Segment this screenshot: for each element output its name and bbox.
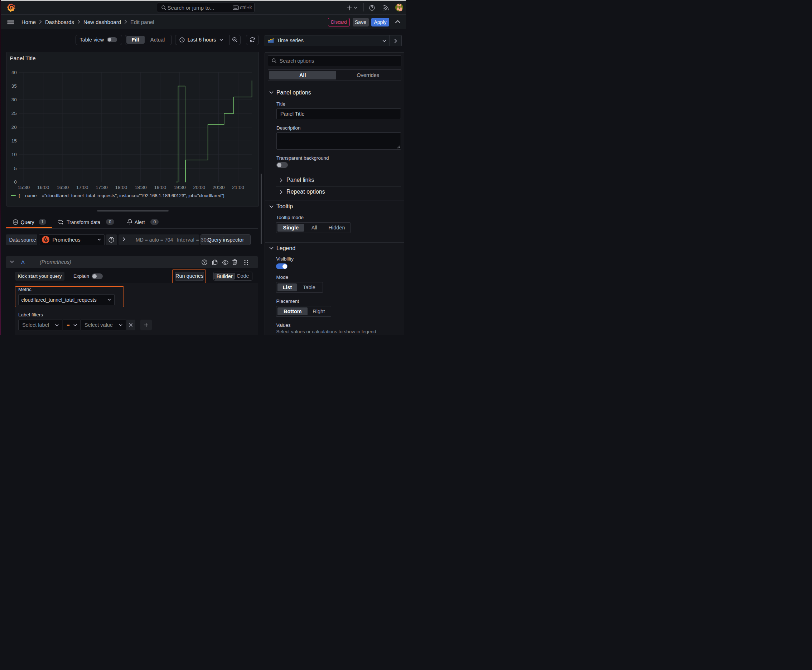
svg-text:17:00: 17:00 bbox=[76, 185, 88, 190]
svg-text:16:30: 16:30 bbox=[57, 185, 69, 190]
svg-text:35: 35 bbox=[12, 83, 17, 89]
svg-text:18:30: 18:30 bbox=[135, 185, 147, 190]
svg-text:20:00: 20:00 bbox=[193, 185, 205, 190]
svg-text:20:30: 20:30 bbox=[213, 185, 225, 190]
svg-text:15:30: 15:30 bbox=[17, 185, 30, 190]
svg-text:20: 20 bbox=[12, 125, 17, 130]
svg-text:17:30: 17:30 bbox=[96, 185, 108, 190]
svg-text:25: 25 bbox=[12, 111, 17, 116]
svg-text:16:00: 16:00 bbox=[37, 185, 49, 190]
svg-text:10: 10 bbox=[12, 152, 17, 157]
svg-text:0: 0 bbox=[14, 179, 17, 185]
svg-text:21:00: 21:00 bbox=[232, 185, 244, 190]
svg-text:18:00: 18:00 bbox=[115, 185, 127, 190]
svg-text:19:00: 19:00 bbox=[154, 185, 166, 190]
svg-text:15: 15 bbox=[12, 138, 17, 144]
svg-text:5: 5 bbox=[14, 166, 17, 171]
svg-text:40: 40 bbox=[12, 70, 17, 75]
svg-text:19:30: 19:30 bbox=[174, 185, 186, 190]
svg-text:30: 30 bbox=[12, 97, 17, 102]
